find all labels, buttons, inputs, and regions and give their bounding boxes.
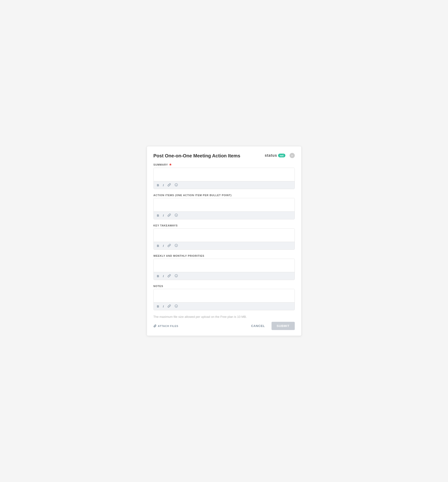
action-items-editor: B I xyxy=(153,198,295,219)
summary-italic-button[interactable]: I xyxy=(162,183,165,187)
key-takeaways-bold-button[interactable]: B xyxy=(156,244,160,248)
action-items-emoji-button[interactable] xyxy=(174,213,179,218)
notes-section: NOTES B I xyxy=(153,285,295,310)
key-takeaways-link-button[interactable] xyxy=(167,243,172,248)
notes-emoji-button[interactable] xyxy=(174,304,179,309)
action-items-section: ACTION ITEMS (ONE ACTION ITEM PER BULLET… xyxy=(153,194,295,219)
modal-header: Post One-on-One Meeting Action Items sta… xyxy=(153,153,295,159)
action-items-label: ACTION ITEMS (ONE ACTION ITEM PER BULLET… xyxy=(153,194,295,197)
close-icon: × xyxy=(291,154,293,157)
priorities-label: WEEKLY AND MONTHLY PRIORITIES xyxy=(153,254,295,257)
brand-logo: status net xyxy=(265,153,285,158)
close-button[interactable]: × xyxy=(290,153,295,158)
header-right: status net × xyxy=(265,153,295,158)
svg-point-6 xyxy=(175,244,178,247)
action-items-input[interactable] xyxy=(154,198,295,210)
notes-editor: B I xyxy=(153,289,295,310)
summary-input[interactable] xyxy=(154,168,295,180)
priorities-bold-button[interactable]: B xyxy=(156,274,160,278)
modal-footer: ATTACH FILES CANCEL SUBMIT xyxy=(153,322,295,330)
key-takeaways-input[interactable] xyxy=(154,229,295,241)
attach-files-label: ATTACH FILES xyxy=(158,325,178,328)
submit-button[interactable]: SUBMIT xyxy=(272,322,295,330)
paperclip-icon xyxy=(153,324,157,328)
summary-section: SUMMARY ★ B I xyxy=(153,163,295,189)
priorities-italic-button[interactable]: I xyxy=(162,274,165,278)
notes-italic-button[interactable]: I xyxy=(162,305,165,308)
svg-point-12 xyxy=(175,305,178,307)
key-takeaways-toolbar: B I xyxy=(154,242,295,249)
modal-title: Post One-on-One Meeting Action Items xyxy=(153,153,240,159)
required-indicator: ★ xyxy=(169,163,172,166)
summary-label: SUMMARY ★ xyxy=(153,163,295,166)
action-items-link-button[interactable] xyxy=(167,213,172,218)
file-size-info: The maximum file size allowed per upload… xyxy=(153,315,295,319)
summary-emoji-button[interactable] xyxy=(174,183,179,187)
brand-text: status xyxy=(265,153,277,158)
svg-point-9 xyxy=(175,274,178,277)
notes-bold-button[interactable]: B xyxy=(156,305,160,308)
action-items-toolbar: B I xyxy=(154,211,295,219)
notes-label: NOTES xyxy=(153,285,295,288)
action-items-bold-button[interactable]: B xyxy=(156,214,160,217)
priorities-emoji-button[interactable] xyxy=(174,274,179,278)
cancel-button[interactable]: CANCEL xyxy=(247,322,269,330)
summary-link-button[interactable] xyxy=(167,183,172,187)
key-takeaways-emoji-button[interactable] xyxy=(174,243,179,248)
summary-editor: B I xyxy=(153,168,295,189)
action-items-italic-button[interactable]: I xyxy=(162,214,165,217)
footer-actions: CANCEL SUBMIT xyxy=(247,322,295,330)
priorities-link-button[interactable] xyxy=(167,274,172,278)
key-takeaways-editor: B I xyxy=(153,228,295,250)
key-takeaways-label: KEY TAKEAWAYS xyxy=(153,224,295,227)
priorities-input[interactable] xyxy=(154,259,295,271)
priorities-toolbar: B I xyxy=(154,272,295,280)
modal-dialog: Post One-on-One Meeting Action Items sta… xyxy=(147,146,302,336)
attach-files-button[interactable]: ATTACH FILES xyxy=(153,324,178,328)
summary-toolbar: B I xyxy=(154,181,295,189)
svg-point-0 xyxy=(175,184,178,186)
notes-toolbar: B I xyxy=(154,302,295,310)
key-takeaways-section: KEY TAKEAWAYS B I xyxy=(153,224,295,250)
notes-link-button[interactable] xyxy=(167,304,172,309)
notes-input[interactable] xyxy=(154,289,295,301)
priorities-section: WEEKLY AND MONTHLY PRIORITIES B I xyxy=(153,254,295,280)
priorities-editor: B I xyxy=(153,259,295,280)
summary-bold-button[interactable]: B xyxy=(156,183,160,187)
brand-badge: net xyxy=(278,154,285,157)
svg-point-3 xyxy=(175,214,178,217)
key-takeaways-italic-button[interactable]: I xyxy=(162,244,165,248)
